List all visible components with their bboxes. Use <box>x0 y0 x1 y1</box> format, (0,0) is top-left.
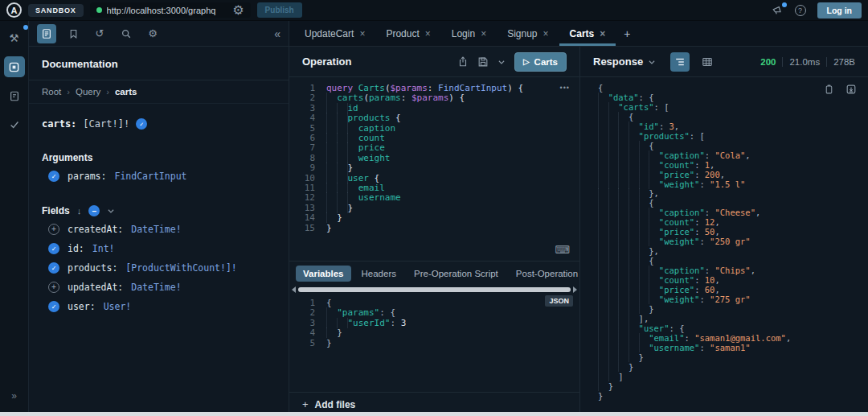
tab-close-icon[interactable]: × <box>359 28 365 39</box>
endpoint-settings-gear-icon[interactable]: ⚙ <box>232 2 244 18</box>
field-name: params: <box>68 171 106 182</box>
field-type[interactable]: DateTime! <box>131 224 181 235</box>
new-tab-button[interactable]: + <box>616 21 638 46</box>
tab-product[interactable]: Product× <box>375 21 440 46</box>
scroll-right-arrow-icon[interactable] <box>573 286 577 293</box>
share-operation-icon[interactable] <box>457 56 469 68</box>
breadcrumb-item[interactable]: carts <box>115 87 137 97</box>
selected-check-icon[interactable]: ✓ <box>48 171 59 182</box>
play-icon: ▷ <box>523 57 530 66</box>
download-response-icon[interactable] <box>845 84 857 95</box>
bottom-scrollbar[interactable] <box>0 412 868 416</box>
publish-button[interactable]: Publish <box>257 2 302 18</box>
field-row[interactable]: +createdAt:DateTime! <box>29 220 289 239</box>
endpoint-url[interactable]: http://localhost:3000/graphq <box>107 6 228 15</box>
add-field-icon[interactable]: + <box>48 224 59 235</box>
field-type[interactable]: FindCartInput <box>114 171 186 182</box>
response-size: 278B <box>833 57 855 67</box>
documentation-tab-icon[interactable] <box>37 24 56 43</box>
docs-panel-title: Documentation <box>29 47 289 80</box>
code-line: } <box>598 382 868 392</box>
collections-icon[interactable] <box>4 85 25 106</box>
collapse-fields-chevron-icon[interactable] <box>107 207 115 215</box>
operation-title: Operation <box>302 56 351 68</box>
help-icon[interactable]: ? <box>795 5 806 16</box>
code-line: 9 } <box>297 163 579 173</box>
expand-rail-chevrons-icon[interactable]: » <box>0 390 28 402</box>
save-options-chevron-icon[interactable] <box>497 58 506 66</box>
announcements-megaphone-icon[interactable] <box>772 5 784 16</box>
arguments-list: ✓params:FindCartInput <box>29 167 289 186</box>
tab-updatecart[interactable]: UpdateCart× <box>294 21 375 46</box>
code-line: "count": 1, <box>598 161 868 171</box>
tab-close-icon[interactable]: × <box>425 28 431 39</box>
tab-carts[interactable]: Carts× <box>559 21 616 46</box>
scrollbar-thumb[interactable] <box>298 287 571 292</box>
documentation-panel: ↺ ⚙ « Documentation Root›Query›carts car… <box>29 21 289 416</box>
sandbox-badge: SANDBOX <box>28 4 84 17</box>
variables-tab-pre-operation-script[interactable]: Pre-Operation Script <box>407 266 506 282</box>
collapse-panel-chevrons-icon[interactable]: « <box>274 27 280 40</box>
code-line: 15} <box>297 224 579 233</box>
selected-check-icon[interactable]: ✓ <box>136 118 147 130</box>
table-view-icon[interactable] <box>698 52 717 72</box>
code-line: } <box>598 392 868 402</box>
field-type[interactable]: [ProductWithCount!]! <box>125 262 236 274</box>
variables-tab-headers[interactable]: Headers <box>354 266 403 282</box>
code-line: "caption": "Cola", <box>598 151 868 161</box>
field-row[interactable]: +updatedAt:DateTime! <box>29 278 289 297</box>
variables-editor[interactable]: JSON 1{2 "params": {3 "userId": 34 }5} <box>289 294 579 392</box>
tab-close-icon[interactable]: × <box>543 28 549 39</box>
variables-horizontal-scrollbar[interactable] <box>289 285 579 294</box>
tools-icon[interactable]: ⚒ <box>4 27 25 48</box>
search-icon[interactable] <box>117 24 136 43</box>
tab-close-icon[interactable]: × <box>600 28 605 39</box>
response-body: { "data": { "carts": [ { "id": 3, "produ… <box>580 77 868 416</box>
field-signature-type[interactable]: [Cart!]! <box>83 118 129 130</box>
sort-fields-icon[interactable]: ↓ <box>77 206 82 216</box>
variables-tab-variables[interactable]: Variables <box>296 266 351 282</box>
endpoint-url-field[interactable]: http://localhost:3000/graphq ⚙ <box>90 2 251 18</box>
breadcrumb-item[interactable]: Root <box>42 87 61 97</box>
add-field-icon[interactable]: + <box>48 282 59 293</box>
tab-signup[interactable]: Signup× <box>497 21 559 46</box>
field-row[interactable]: ✓products:[ProductWithCount!]! <box>29 258 289 278</box>
tab-close-icon[interactable]: × <box>481 28 486 39</box>
response-time: 21.0ms <box>789 57 820 67</box>
operation-editor[interactable]: ••• ⌨ 1query Carts($params: FindCartInpu… <box>289 77 579 261</box>
field-type[interactable]: DateTime! <box>131 282 181 293</box>
selected-check-icon[interactable]: ✓ <box>48 243 59 254</box>
breadcrumb-separator-icon: › <box>67 87 70 97</box>
schema-explorer-icon[interactable] <box>4 56 25 77</box>
arguments-section-title: Arguments <box>29 133 289 167</box>
checklist-icon[interactable] <box>4 114 25 135</box>
scroll-left-arrow-icon[interactable] <box>292 286 296 293</box>
login-button[interactable]: Log in <box>817 2 862 19</box>
code-line: 5} <box>297 339 579 348</box>
line-actions-menu-icon[interactable]: ••• <box>560 84 570 92</box>
bookmarks-icon[interactable] <box>63 24 83 43</box>
tab-login[interactable]: Login× <box>441 21 497 46</box>
selected-check-icon[interactable]: ✓ <box>48 262 59 274</box>
breadcrumb-separator-icon: › <box>106 87 109 97</box>
save-operation-icon[interactable] <box>477 56 489 68</box>
field-row[interactable]: ✓id:Int! <box>29 239 289 258</box>
response-dropdown-chevron-icon[interactable] <box>648 58 656 66</box>
selected-check-icon[interactable]: ✓ <box>48 301 59 312</box>
keyboard-shortcuts-icon[interactable]: ⌨ <box>555 244 570 256</box>
code-line: 2 "params": { <box>297 308 579 318</box>
run-operation-button[interactable]: ▷ Carts <box>514 52 567 72</box>
apollo-logo-icon[interactable]: A <box>6 2 22 18</box>
settings-gear-icon[interactable]: ⚙ <box>143 24 162 43</box>
copy-response-icon[interactable] <box>824 84 834 95</box>
field-type[interactable]: Int! <box>92 243 115 254</box>
history-icon[interactable]: ↺ <box>90 24 109 43</box>
breadcrumb: Root›Query›carts <box>29 80 289 104</box>
field-row[interactable]: ✓user:User! <box>29 297 289 316</box>
field-row[interactable]: ✓params:FindCartInput <box>29 167 289 186</box>
breadcrumb-item[interactable]: Query <box>76 87 100 97</box>
field-type[interactable]: User! <box>104 301 132 312</box>
deselect-all-fields-icon[interactable]: – <box>88 205 100 216</box>
tree-view-icon[interactable] <box>670 52 690 72</box>
left-rail: ⚒ » <box>0 21 29 416</box>
